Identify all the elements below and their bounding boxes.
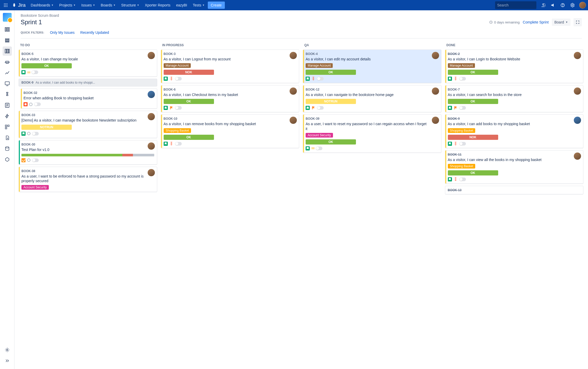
settings-icon[interactable] [569,2,576,8]
toggle-icon[interactable] [317,106,324,110]
issue-card[interactable]: BOOK-12As a visitor, I can navigate to t… [303,85,441,112]
issue-card[interactable]: BOOK-7As a visitor, I can search for boo… [445,85,584,112]
toggle-icon[interactable] [317,77,324,81]
page-title: Sprint 1 [21,19,42,26]
assignee-avatar[interactable] [148,52,155,59]
reports-icon[interactable] [3,68,12,77]
toggle-icon[interactable] [316,147,322,150]
toggle-icon[interactable] [459,178,466,181]
toggle-icon[interactable] [459,77,466,81]
epic-badge[interactable]: Manage Account [448,63,475,68]
project-settings-icon[interactable] [3,155,12,164]
assignee-avatar[interactable] [432,87,439,95]
toggle-icon[interactable] [459,106,466,110]
issue-card[interactable]: BOOK-13 [445,186,584,194]
toggle-icon[interactable] [31,70,38,74]
filter-recently-updated[interactable]: Recently Updated [80,30,109,35]
releases-icon[interactable] [3,57,12,67]
assignee-avatar[interactable] [432,52,439,59]
nav-item[interactable]: Boards▼ [98,2,118,9]
addons-icon[interactable] [3,90,12,99]
project-icon[interactable] [3,13,12,22]
assignee-avatar[interactable] [148,142,155,150]
issue-card[interactable]: BOOK-5As a visitor, I can change my loca… [19,50,157,77]
breadcrumb[interactable]: Bookstore Scrum Board [21,13,582,18]
toggle-icon[interactable] [32,132,39,135]
board-icon[interactable] [3,46,12,56]
assignee-avatar[interactable] [290,52,297,59]
issue-card[interactable]: BOOK-4As a visitor, I can edit my accoun… [303,50,441,83]
nav-item[interactable]: Tests▼ [190,2,207,9]
help-icon[interactable] [560,2,566,8]
assignee-avatar[interactable] [574,52,581,59]
epic-badge[interactable]: Manage Account [306,63,333,68]
issue-card[interactable]: BOOK-38As a user, I want to be enforced … [19,167,157,192]
toggle-icon[interactable] [32,158,39,162]
epic-badge[interactable]: Account Security [306,133,333,138]
toggle-icon[interactable] [459,142,466,146]
assignee-avatar[interactable] [574,153,581,160]
search-box[interactable] [495,1,536,9]
archive-icon[interactable] [3,144,12,153]
assignee-avatar[interactable] [432,117,439,124]
epic-badge[interactable]: Shopping Basket [448,128,475,133]
filter-only-my-issues[interactable]: Only My Issues [50,30,75,35]
column-title: QA [303,43,442,50]
search-input[interactable] [497,3,542,7]
nav-item[interactable]: Dashboards▼ [28,2,56,9]
epic-badge[interactable]: Manage Account [164,63,191,68]
sprints-icon[interactable] [3,36,12,45]
user-avatar[interactable] [579,2,586,9]
priority-flag-icon [311,106,315,110]
assignee-avatar[interactable] [574,87,581,95]
issue-card[interactable]: BOOK-9As a visitor, I can add books to m… [445,114,584,148]
assignee-avatar[interactable] [148,91,155,98]
monitor-icon[interactable] [3,79,12,88]
tests-icon[interactable] [3,101,12,110]
epic-badge[interactable]: Shopping Basket [164,128,191,133]
toggle-icon[interactable] [175,106,182,110]
assignee-avatar[interactable] [148,113,155,120]
gear-icon[interactable] [3,345,12,355]
issue-card[interactable]: BOOK-10As a visitor, I can remove books … [161,114,299,148]
issue-card[interactable]: BOOK-33[Demo] As a visitor, I can manage… [19,111,157,138]
automation-icon[interactable] [3,111,12,121]
toggle-icon[interactable] [175,142,182,146]
nav-item[interactable]: Xporter Reports [142,2,173,9]
backlog-icon[interactable] [3,25,12,34]
issue-card[interactable]: BOOK-2As a visitor, I can Login to Books… [445,50,584,83]
board-dropdown[interactable]: Board▼ [552,19,570,26]
epic-badge[interactable]: Account Security [21,185,49,190]
issue-card[interactable]: BOOK-32Error when adding Book to shoppin… [21,89,157,109]
group-header[interactable]: BOOK-9As a visitor, I can add books to m… [19,79,157,86]
complete-sprint-button[interactable]: Complete Sprint [523,20,549,24]
pages-icon[interactable] [3,133,12,142]
svg-point-7 [5,6,6,7]
epic-badge[interactable]: Shopping Basket [448,164,475,169]
nav-item[interactable]: eazyBI [173,2,190,9]
issue-card[interactable]: BOOK-3As a visitor, I can Logout from my… [161,50,299,83]
story-type-icon [164,77,168,81]
collapse-icon[interactable] [3,356,12,365]
toggle-icon[interactable] [34,102,41,106]
svg-rect-22 [8,49,9,53]
components-icon[interactable] [3,122,12,132]
priority-high-icon [311,77,315,81]
nav-item[interactable]: Structure▼ [119,2,142,9]
issue-card[interactable]: BOOK-6As a visitor, I can Checkout items… [161,85,299,112]
toggle-icon[interactable] [175,77,182,81]
create-button[interactable]: Create [208,2,225,9]
issue-summary: As a visitor, I can navigate to the book… [306,92,439,97]
fullscreen-icon[interactable] [574,18,582,26]
app-switcher-icon[interactable] [2,2,9,9]
upload-icon[interactable] [540,2,546,8]
nav-item[interactable]: Projects▼ [57,2,78,9]
issue-card[interactable]: BOOK-30Test Plan for v1.0 [19,140,157,165]
issue-card[interactable]: BOOK-39As a user, I want to reset my pas… [303,114,441,153]
feedback-icon[interactable] [550,2,556,8]
assignee-avatar[interactable] [290,87,297,95]
assignee-avatar[interactable] [148,169,155,176]
issue-card[interactable]: BOOK-11As a visitor, I can view all the … [445,150,584,184]
jira-logo[interactable]: Jira [10,3,28,8]
nav-item[interactable]: Issues▼ [79,2,98,9]
